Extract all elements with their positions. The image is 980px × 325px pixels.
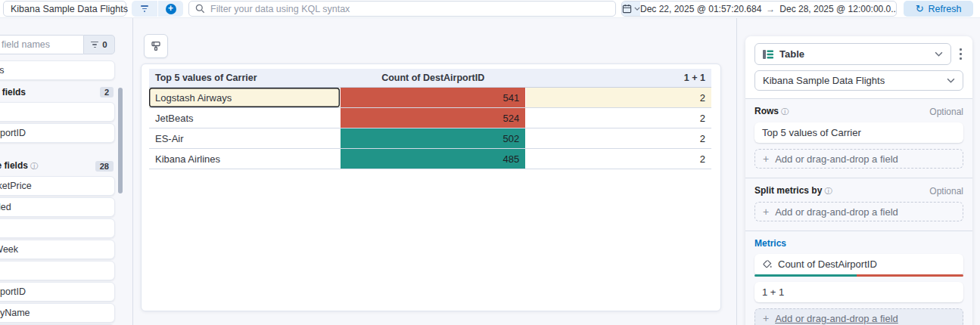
data-view-picker-label: Kibana Sample Data Flights [11,4,128,14]
filter-icon [141,5,148,12]
field-item[interactable]: DestAirportID [0,123,115,143]
cell-count[interactable]: 485 [341,149,526,169]
rows-add-field-button[interactable]: Add or drag-and-drop a field [754,149,963,169]
metric-dimension-label: Count of DestAirportID [778,258,877,270]
field-filter-button[interactable]: 0 [83,35,115,54]
paint-bucket-icon [762,259,773,270]
info-icon[interactable] [28,160,38,171]
metric-color-gradient [754,274,963,277]
cell-one-plus-one[interactable]: 2 [526,88,711,108]
field-label: DestAirportID [0,286,26,297]
cell-carrier[interactable]: JetBeats [149,108,341,128]
available-fields-count-badge: 28 [95,161,114,172]
metric-formula-pill[interactable]: 1 + 1 [754,282,963,302]
split-metrics-section: Split metrics by Optional Add or drag-an… [745,178,972,231]
field-item-records[interactable]: Records [0,60,115,80]
toggle-filters-button[interactable] [132,1,157,17]
field-item[interactable]: DestCityName [0,303,115,323]
panel-data-view-select[interactable]: Kibana Sample Data Flights [754,70,963,91]
visualization-workspace: Top 5 values of Carrier Count of DestAir… [134,18,736,325]
field-label: Cancelled [0,202,11,212]
date-end[interactable]: Dec 28, 2025 @ 12:00:00.0... [779,4,897,14]
field-item[interactable]: Dest [0,261,115,280]
rows-optional-label: Optional [929,107,963,117]
metric-formula-label: 1 + 1 [762,286,784,298]
panel-data-view-label: Kibana Sample Data Flights [763,75,885,86]
cell-one-plus-one[interactable]: 2 [526,128,711,149]
cell-count[interactable]: 502 [341,128,526,149]
date-range-display[interactable]: Dec 22, 2025 @ 01:57:20.684 Dec 28, 2025… [640,4,897,14]
cell-carrier[interactable]: ES-Air [149,128,341,149]
info-icon[interactable] [822,185,832,196]
panel-options-kebab-icon[interactable] [958,47,964,62]
field-label: Records [0,65,5,76]
metrics-section: Metrics Count of DestAirportID 1 + 1 Add… [745,231,972,325]
selected-fields-count-badge: 2 [100,87,114,98]
cell-one-plus-one[interactable]: 2 [526,149,711,169]
rows-section-label: Rows [754,106,789,117]
column-header-one-plus-one[interactable]: 1 + 1 [526,69,711,88]
field-search-input[interactable] [0,39,77,50]
table-visualization-panel: Top 5 values of Carrier Count of DestAir… [141,63,721,311]
table-header-row: Top 5 values of Carrier Count of DestAir… [149,69,711,88]
rows-dimension-label: Top 5 values of Carrier [762,127,861,138]
chevron-down-icon [935,51,943,57]
refresh-button[interactable]: Refresh [904,1,973,17]
visual-options-button[interactable] [144,34,168,58]
add-field-label: Add or drag-and-drop a field [775,313,898,324]
cell-count[interactable]: 524 [341,108,526,128]
metric-dimension-pill[interactable]: Count of DestAirportID [754,254,963,274]
table-row: Logstash Airways 541 2 [149,88,711,108]
field-item[interactable]: Cancelled [0,197,115,217]
filter-icon [91,42,98,48]
kql-search-bar[interactable] [188,1,616,17]
field-label: AvgTicketPrice [0,181,32,191]
field-list-sidebar: 0 Records Selected fields 2 Carrier Dest… [0,18,133,325]
data-view-picker[interactable]: Kibana Sample Data Flights [3,1,126,17]
field-item[interactable]: AvgTicketPrice [0,176,115,196]
add-filter-button[interactable] [157,1,183,17]
field-label: DestAirportID [0,128,26,138]
workspace-panel-divider [736,18,737,325]
calendar-icon [622,4,632,14]
chevron-down-icon [634,7,640,11]
cell-carrier[interactable]: Logstash Airways [149,88,341,108]
add-field-label: Add or drag-and-drop a field [775,153,898,165]
lens-datatable: Top 5 values of Carrier Count of DestAir… [149,69,711,169]
selected-fields-label: Selected fields [0,87,26,98]
chart-switch-section: Table Kibana Sample Data Flights [745,36,972,99]
cell-carrier[interactable]: Kibana Airlines [149,149,341,169]
field-item[interactable]: Carrier [0,102,115,122]
cell-count[interactable]: 541 [341,88,526,108]
table-chart-icon [763,50,773,59]
plus-circle-icon [166,4,176,14]
split-metrics-label: Split metrics by [754,185,832,197]
metrics-add-field-button[interactable]: Add or drag-and-drop a field [754,308,963,325]
chart-type-label: Table [779,48,804,60]
column-header-count[interactable]: Count of DestAirportID [341,69,526,88]
rows-dimension-pill[interactable]: Top 5 values of Carrier [754,122,963,143]
split-optional-label: Optional [929,186,963,197]
cell-one-plus-one[interactable]: 2 [526,108,711,128]
field-item[interactable]: Carrier [0,218,115,238]
plus-icon [763,312,769,324]
table-row: Kibana Airlines 485 2 [149,149,711,169]
kql-search-input[interactable] [210,4,609,14]
field-item[interactable]: DestAirportID [0,282,115,302]
add-field-label: Add or drag-and-drop a field [775,206,898,218]
field-label: DestCityName [0,308,30,318]
table-row: JetBeats 524 2 [149,108,711,128]
field-item[interactable]: dayOfWeek [0,240,115,259]
chart-type-select[interactable]: Table [754,43,951,65]
column-header-carrier[interactable]: Top 5 values of Carrier [149,69,341,88]
split-add-field-button[interactable]: Add or drag-and-drop a field [754,202,963,221]
plus-icon [763,206,769,218]
date-quick-select-button[interactable] [622,2,640,16]
info-icon[interactable] [779,106,789,116]
date-start[interactable]: Dec 22, 2025 @ 01:57:20.684 [640,4,761,14]
filter-button-group [132,1,183,17]
field-search-box[interactable] [0,35,83,54]
arrow-right-icon [766,4,775,14]
paint-roller-icon [150,40,162,52]
sidebar-scrollbar[interactable] [118,88,123,193]
